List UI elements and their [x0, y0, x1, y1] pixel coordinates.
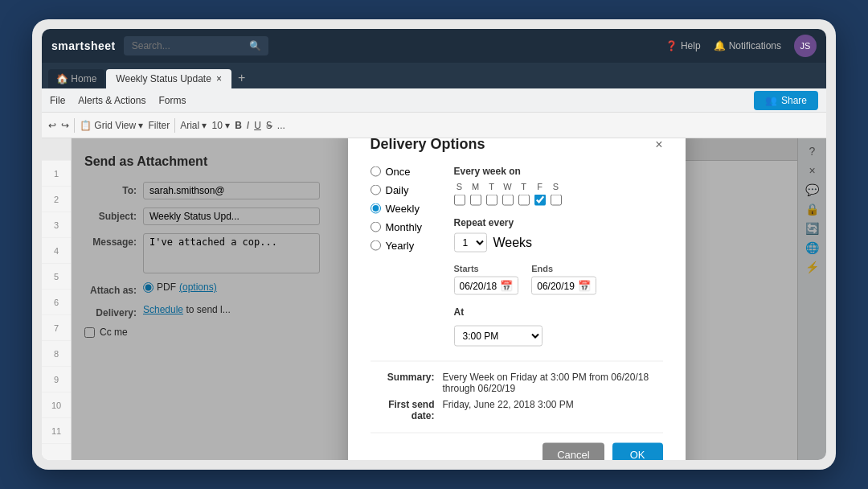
row-num-11: 11 — [42, 418, 71, 444]
search-input[interactable] — [132, 40, 244, 51]
freq-weekly-radio[interactable] — [371, 203, 381, 214]
ends-group: Ends 06/20/19 📅 — [531, 264, 596, 295]
day-mon-checkbox[interactable] — [470, 195, 481, 206]
help-label: Help — [681, 40, 701, 51]
bell-icon: 🔔 — [714, 40, 726, 51]
ends-value[interactable]: 06/20/19 — [537, 280, 575, 291]
tab-weekly-label: Weekly Status Update — [116, 73, 211, 84]
day-sun-checkbox[interactable] — [454, 195, 465, 206]
ends-calendar-icon[interactable]: 📅 — [578, 280, 591, 292]
menu-file[interactable]: File — [50, 95, 65, 106]
day-wed: W — [502, 182, 514, 206]
row-numbers: 1 2 3 4 5 6 7 8 9 10 11 — [42, 138, 72, 460]
search-bar[interactable]: 🔍 — [124, 36, 268, 55]
freq-once: Once — [371, 166, 435, 178]
strike-btn[interactable]: S̶ — [266, 120, 272, 131]
freq-daily-radio[interactable] — [371, 185, 381, 195]
options-column: Every week on S M — [454, 166, 663, 358]
undo-icon[interactable]: ↩ — [48, 120, 56, 131]
modal-footer: Cancel OK — [371, 433, 663, 461]
notifications-button[interactable]: 🔔 Notifications — [714, 40, 781, 51]
redo-icon[interactable]: ↪ — [61, 120, 69, 131]
search-icon: 🔍 — [249, 40, 261, 51]
repeat-every-label: Repeat every — [454, 217, 663, 228]
grid-view-label[interactable]: 📋 Grid View ▾ — [80, 120, 143, 131]
home-icon: 🏠 — [56, 73, 68, 84]
ok-button[interactable]: OK — [612, 443, 663, 461]
starts-input-wrap: 06/20/18 📅 — [454, 277, 519, 295]
ends-label: Ends — [531, 264, 596, 273]
row-num-7: 7 — [42, 315, 71, 341]
freq-weekly: Weekly — [371, 203, 435, 215]
modal-body: Once Daily Weekly — [371, 166, 663, 358]
modal-header: Delivery Options × — [371, 138, 663, 153]
main-area: 1 2 3 4 5 6 7 8 9 10 11 Status — [42, 138, 826, 460]
repeat-value-select[interactable]: 1 2 3 — [454, 233, 487, 253]
bold-btn[interactable]: B — [235, 120, 242, 131]
help-button[interactable]: ❓ Help — [665, 40, 701, 51]
share-icon: 👥 — [765, 95, 777, 106]
summary-value: Every Week on Friday at 3:00 PM from 06/… — [443, 372, 663, 394]
italic-btn[interactable]: I — [247, 120, 249, 131]
freq-yearly-radio[interactable] — [371, 240, 381, 251]
menu-forms[interactable]: Forms — [158, 95, 186, 106]
app-window: smartsheet 🔍 ❓ Help 🔔 Notifications JS — [42, 29, 826, 460]
day-thu: T — [518, 182, 530, 206]
day-tue: T — [486, 182, 497, 206]
menu-bar: File Alerts & Actions Forms 👥 Share — [42, 88, 826, 113]
row-num-1: 1 — [42, 161, 71, 187]
first-send-label: First send date: — [371, 399, 435, 421]
day-wed-checkbox[interactable] — [502, 195, 514, 206]
toolbar-sep-1 — [74, 118, 75, 133]
avatar[interactable]: JS — [794, 35, 817, 57]
toolbar-sep-2 — [174, 118, 175, 133]
row-num-6: 6 — [42, 290, 71, 315]
size-select[interactable]: 10 ▾ — [211, 120, 230, 131]
add-tab-button[interactable]: + — [233, 71, 250, 85]
more-tools[interactable]: ... — [277, 120, 285, 131]
freq-weekly-label: Weekly — [386, 203, 420, 215]
underline-btn[interactable]: U — [254, 120, 261, 131]
repeat-unit-label: Weeks — [493, 236, 533, 250]
day-tue-checkbox[interactable] — [486, 195, 497, 206]
day-sat-checkbox[interactable] — [551, 195, 562, 206]
day-fri: F — [534, 182, 546, 206]
row-num-4: 4 — [42, 238, 71, 264]
menu-alerts[interactable]: Alerts & Actions — [78, 95, 145, 106]
share-label: Share — [781, 95, 807, 106]
freq-yearly: Yearly — [371, 240, 435, 252]
day-fri-label: F — [537, 182, 542, 191]
starts-calendar-icon[interactable]: 📅 — [500, 280, 513, 292]
day-sun: S — [454, 182, 465, 206]
device-frame: smartsheet 🔍 ❓ Help 🔔 Notifications JS — [32, 19, 836, 470]
share-button[interactable]: 👥 Share — [754, 91, 818, 110]
time-select[interactable]: 3:00 PM 4:00 PM 5:00 PM — [454, 326, 542, 347]
filter-label[interactable]: Filter — [148, 120, 170, 131]
starts-label: Starts — [454, 264, 519, 273]
day-tue-label: T — [489, 182, 494, 191]
cancel-button[interactable]: Cancel — [542, 443, 604, 461]
freq-monthly-radio[interactable] — [371, 222, 381, 232]
day-thu-checkbox[interactable] — [518, 195, 530, 206]
row-num-8: 8 — [42, 341, 71, 367]
freq-daily: Daily — [371, 184, 435, 196]
day-mon: M — [470, 182, 481, 206]
row-num-3: 3 — [42, 212, 71, 238]
day-sat-label: S — [553, 182, 559, 191]
freq-daily-label: Daily — [386, 184, 409, 196]
font-select[interactable]: Arial ▾ — [180, 120, 207, 131]
notifications-label: Notifications — [729, 40, 781, 51]
top-nav: smartsheet 🔍 ❓ Help 🔔 Notifications JS — [42, 29, 826, 63]
summary-row: Summary: Every Week on Friday at 3:00 PM… — [371, 372, 663, 394]
at-label: At — [454, 306, 663, 318]
nav-right: ❓ Help 🔔 Notifications JS — [665, 35, 817, 57]
freq-once-radio[interactable] — [371, 166, 381, 177]
tab-weekly-status[interactable]: Weekly Status Update × — [106, 69, 231, 88]
starts-value[interactable]: 06/20/18 — [460, 280, 497, 291]
tab-bar: 🏠 Home Weekly Status Update × + — [42, 63, 826, 88]
day-fri-checkbox[interactable] — [534, 195, 546, 206]
day-sat: S — [551, 182, 562, 206]
modal-close-button[interactable]: × — [655, 138, 662, 151]
tab-close-icon[interactable]: × — [216, 73, 222, 84]
tab-home[interactable]: 🏠 Home — [48, 69, 104, 88]
